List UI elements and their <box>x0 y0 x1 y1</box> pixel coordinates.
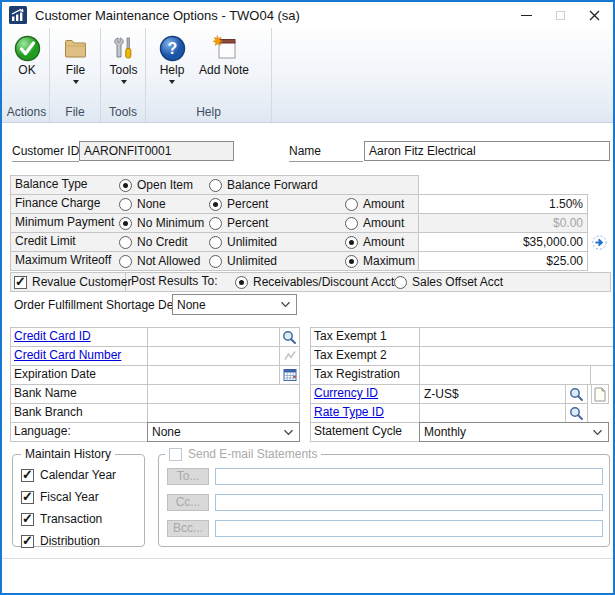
bcc-field <box>215 520 603 537</box>
ribbon-group-actions-label: Actions <box>4 105 49 119</box>
maintain-history-group: Maintain History Calendar Year Fiscal Ye… <box>12 454 145 547</box>
credit-card-id-field[interactable] <box>147 327 280 347</box>
statement-cycle-label: Statement Cycle <box>314 422 402 441</box>
credit-card-number-field[interactable] <box>147 346 280 366</box>
radio-icon <box>119 198 132 211</box>
calendar-icon <box>283 368 297 382</box>
chevron-down-icon <box>280 301 291 308</box>
options-grid: Balance Type Open Item Balance Forward F… <box>10 175 610 272</box>
name-label: Name <box>289 142 363 162</box>
minimize-button[interactable] <box>509 2 543 28</box>
cc-field <box>215 494 603 511</box>
rate-type-id-link[interactable]: Rate Type ID <box>314 403 384 422</box>
credit-card-number-link[interactable]: Credit Card Number <box>14 346 121 365</box>
help-button-label: Help <box>150 64 194 77</box>
left-panel: Credit Card ID Credit Card Number Expira… <box>10 327 300 443</box>
lookup-icon <box>569 406 584 421</box>
radio-fc-amount[interactable]: Amount <box>345 194 404 214</box>
currency-id-link[interactable]: Currency ID <box>314 384 378 403</box>
radio-label: Amount <box>363 216 404 230</box>
radio-icon <box>119 255 132 268</box>
maximum-writeoff-label: Maximum Writeoff <box>15 251 111 270</box>
currency-id-field[interactable]: Z-US$ <box>419 384 566 404</box>
rate-type-id-field[interactable] <box>419 403 566 423</box>
right-panel: Tax Exempt 1 Tax Exempt 2 Tax Registrati… <box>310 327 615 443</box>
radio-receivables-discount-acct[interactable]: Receivables/Discount Acct <box>235 272 394 292</box>
transaction-checkbox[interactable]: Transaction <box>21 512 102 526</box>
bank-branch-field[interactable] <box>147 403 300 423</box>
send-email-statements-group: Send E-mail Statements To... Cc... Bcc..… <box>158 454 610 547</box>
titlebar: Customer Maintenance Options - TWO04 (sa… <box>2 2 613 28</box>
radio-fc-percent[interactable]: Percent <box>209 194 268 214</box>
radio-mw-maximum[interactable]: Maximum <box>345 251 415 271</box>
add-note-button[interactable]: Add Note <box>196 31 252 77</box>
radio-cl-amount[interactable]: Amount <box>345 232 404 252</box>
finance-charge-value-field[interactable]: 1.50% <box>418 194 588 214</box>
expiration-date-calendar-button[interactable] <box>279 365 300 385</box>
file-button[interactable]: File <box>50 31 101 84</box>
credit-limit-expansion-button[interactable] <box>591 234 607 250</box>
tax-exempt-1-label: Tax Exempt 1 <box>314 327 387 346</box>
revalue-customer-label: Revalue Customer <box>32 275 131 289</box>
radio-icon <box>209 179 222 192</box>
folder-icon <box>62 35 89 62</box>
radio-cl-no-credit[interactable]: No Credit <box>119 232 188 252</box>
currency-note-button[interactable] <box>591 384 609 404</box>
order-fulfillment-label: Order Fulfillment Shortage Default <box>14 295 196 315</box>
radio-mw-not-allowed[interactable]: Not Allowed <box>119 251 200 271</box>
radio-icon <box>209 255 222 268</box>
customer-id-label: Customer ID <box>12 142 79 162</box>
ok-button[interactable]: OK <box>4 31 50 77</box>
credit-card-id-link[interactable]: Credit Card ID <box>14 327 91 346</box>
radio-cl-unlimited[interactable]: Unlimited <box>209 232 277 252</box>
to-button: To... <box>167 468 209 485</box>
expiration-date-label: Expiration Date <box>14 365 96 384</box>
balance-type-label: Balance Type <box>15 175 88 194</box>
name-field[interactable]: Aaron Fitz Electrical <box>364 141 610 161</box>
calendar-year-checkbox[interactable]: Calendar Year <box>21 468 116 482</box>
checkbox-label: Distribution <box>40 534 100 548</box>
language-select[interactable]: None <box>147 422 300 442</box>
minimize-icon <box>521 15 532 16</box>
credit-limit-value-field[interactable]: $35,000.00 <box>418 232 588 252</box>
currency-id-lookup-button[interactable] <box>565 384 588 404</box>
credit-card-id-lookup-button[interactable] <box>279 327 300 347</box>
tools-button[interactable]: Tools <box>101 31 146 84</box>
radio-mp-no-minimum[interactable]: No Minimum <box>119 213 204 233</box>
credit-card-number-masked-button <box>279 346 300 366</box>
radio-fc-none[interactable]: None <box>119 194 166 214</box>
maximum-writeoff-value-field[interactable]: $25.00 <box>418 251 588 271</box>
revalue-customer-checkbox[interactable]: Revalue Customer <box>14 272 131 292</box>
bank-name-label: Bank Name <box>14 384 77 403</box>
tax-exempt-2-field[interactable] <box>419 346 614 366</box>
language-value: None <box>148 423 283 441</box>
order-fulfillment-select[interactable]: None <box>172 294 297 315</box>
radio-label: Sales Offset Acct <box>412 275 503 289</box>
radio-label: Amount <box>363 197 404 211</box>
customer-maintenance-options-window: Customer Maintenance Options - TWO04 (sa… <box>0 0 615 595</box>
expiration-date-field[interactable] <box>147 365 280 385</box>
customer-id-field[interactable]: AARONFIT0001 <box>79 141 234 161</box>
tax-exempt-1-field[interactable] <box>419 327 614 347</box>
bank-name-field[interactable] <box>147 384 300 404</box>
help-button[interactable]: ? Help <box>150 31 194 84</box>
radio-sales-offset-acct[interactable]: Sales Offset Acct <box>394 272 503 292</box>
window-title: Customer Maintenance Options - TWO04 (sa… <box>35 8 300 23</box>
distribution-checkbox[interactable]: Distribution <box>21 534 100 548</box>
chevron-down-icon <box>121 80 127 84</box>
radio-open-item[interactable]: Open Item <box>119 175 193 195</box>
radio-mp-percent[interactable]: Percent <box>209 213 268 233</box>
statement-cycle-select[interactable]: Monthly <box>419 422 609 442</box>
close-button[interactable] <box>577 2 611 28</box>
fiscal-year-checkbox[interactable]: Fiscal Year <box>21 490 99 504</box>
radio-label: Balance Forward <box>227 178 318 192</box>
post-results-to-label: Post Results To: <box>131 272 217 291</box>
radio-icon <box>345 255 358 268</box>
radio-mw-unlimited[interactable]: Unlimited <box>209 251 277 271</box>
tax-registration-field[interactable] <box>419 365 591 385</box>
rate-type-id-lookup-button[interactable] <box>565 403 588 423</box>
maximize-button <box>543 2 577 28</box>
radio-label: Unlimited <box>227 254 277 268</box>
radio-balance-forward[interactable]: Balance Forward <box>209 175 318 195</box>
radio-mp-amount[interactable]: Amount <box>345 213 404 233</box>
